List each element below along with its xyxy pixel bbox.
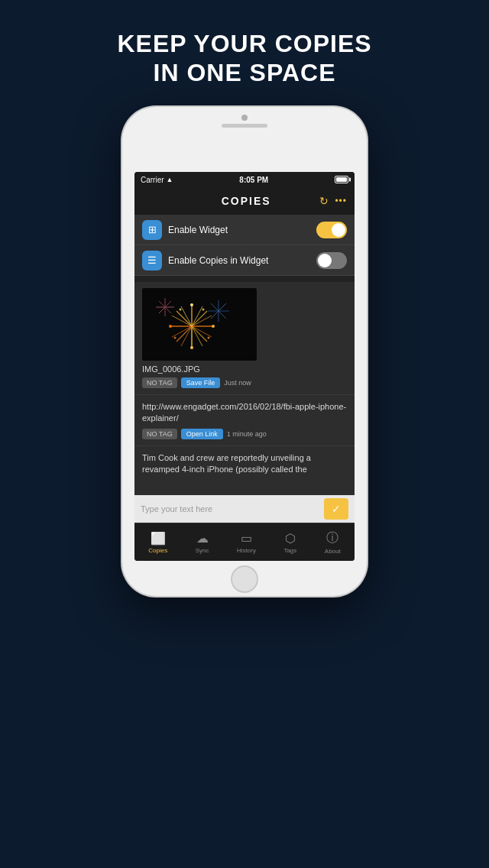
status-time: 8:05 PM (239, 176, 268, 184)
svg-point-24 (180, 309, 182, 311)
svg-point-21 (202, 309, 205, 311)
phone-frame: Carrier ▲ 8:05 PM COPIES ↻ ••• (122, 107, 367, 596)
sync-tab-label: Sync (196, 547, 209, 554)
tab-tags[interactable]: ⬡ Tags (279, 528, 301, 557)
page-background: KEEP YOUR COPIES IN ONE SPACE Carrier ▲ … (0, 0, 489, 868)
phone-top (122, 107, 367, 128)
front-camera (241, 115, 248, 121)
svg-point-17 (190, 303, 193, 306)
battery-fill (336, 177, 347, 182)
status-bar: Carrier ▲ 8:05 PM (134, 172, 355, 187)
clip-tags: NO TAG Save File Just now (142, 377, 347, 388)
clip-item-text[interactable]: Tim Cook and crew are reportedly unveili… (134, 446, 355, 495)
enable-widget-toggle-row: ⊞ Enable Widget (134, 215, 355, 245)
copies-tab-label: Copies (148, 547, 167, 554)
text-input-placeholder[interactable]: Type your text here (141, 504, 319, 513)
input-confirm-button[interactable]: ✓ (324, 498, 348, 520)
nav-title: COPIES (173, 195, 319, 207)
clip-item-url[interactable]: http://www.engadget.com/2016/02/18/fbi-a… (134, 395, 355, 446)
url-clip-tags: NO TAG Open Link 1 minute ago (142, 429, 347, 439)
tab-history[interactable]: ▭ History (232, 528, 261, 557)
svg-rect-0 (142, 288, 257, 361)
tags-tab-label: Tags (283, 547, 296, 554)
enable-widget-switch[interactable] (316, 222, 347, 238)
svg-point-18 (212, 325, 215, 328)
wifi-icon: ▲ (167, 176, 173, 183)
section-divider (134, 276, 355, 282)
about-tab-icon: ⓘ (326, 530, 338, 546)
phone-screen: Carrier ▲ 8:05 PM COPIES ↻ ••• (134, 172, 355, 561)
copies-tab-icon: ⬜ (151, 531, 166, 546)
battery-icon (335, 176, 348, 183)
sync-tab-icon: ☁ (196, 531, 209, 546)
clipboard-items-area: IMG_0006.JPG NO TAG Save File Just now h… (134, 282, 355, 495)
save-file-button[interactable]: Save File (181, 377, 221, 388)
no-tag-badge[interactable]: NO TAG (142, 377, 177, 388)
battery-indicator (335, 176, 348, 183)
tags-tab-icon: ⬡ (285, 531, 296, 546)
page-headline: KEEP YOUR COPIES IN ONE SPACE (117, 29, 371, 88)
enable-widget-label: Enable Widget (168, 225, 310, 235)
no-tag-badge-2[interactable]: NO TAG (142, 429, 177, 439)
more-icon[interactable]: ••• (335, 196, 347, 206)
url-content: http://www.engadget.com/2016/02/18/fbi-a… (142, 401, 347, 425)
history-tab-icon: ▭ (241, 531, 252, 546)
fireworks-svg (142, 288, 257, 361)
enable-copies-widget-switch[interactable] (316, 252, 347, 269)
refresh-icon[interactable]: ↻ (319, 195, 329, 207)
tab-sync[interactable]: ☁ Sync (191, 528, 214, 557)
svg-point-19 (169, 325, 172, 328)
about-tab-label: About (325, 548, 341, 555)
tab-bar: ⬜ Copies ☁ Sync ▭ History ⬡ Tags (134, 523, 355, 561)
enable-copies-widget-toggle-row: ☰ Enable Copies in Widget (134, 245, 355, 276)
clip-time: Just now (224, 379, 251, 387)
checkmark-icon: ✓ (332, 503, 341, 515)
enable-copies-widget-label: Enable Copies in Widget (168, 255, 310, 266)
content-area: ⊞ Enable Widget ☰ Enable Copies in Widge… (134, 215, 355, 561)
toggle-knob (332, 223, 345, 237)
nav-icons: ↻ ••• (319, 195, 347, 207)
text-input-bar: Type your text here ✓ (134, 495, 355, 523)
svg-point-20 (190, 346, 193, 349)
phone-speaker (222, 124, 267, 128)
tab-about[interactable]: ⓘ About (320, 527, 345, 558)
navigation-bar: COPIES ↻ ••• (134, 187, 355, 215)
carrier-label: Carrier ▲ (141, 176, 173, 184)
url-clip-time: 1 minute ago (227, 430, 267, 438)
open-link-button[interactable]: Open Link (181, 429, 223, 439)
home-button[interactable] (231, 565, 258, 593)
clip-image-preview (142, 288, 257, 361)
history-tab-label: History (237, 547, 256, 554)
clip-item-image[interactable]: IMG_0006.JPG NO TAG Save File Just now (134, 282, 355, 395)
widget-icon: ⊞ (142, 220, 162, 240)
svg-point-22 (208, 337, 210, 339)
list-icon: ☰ (142, 251, 162, 270)
tab-copies[interactable]: ⬜ Copies (144, 528, 172, 557)
svg-point-23 (174, 337, 176, 339)
clip-filename: IMG_0006.JPG (142, 364, 347, 374)
text-content: Tim Cook and crew are reportedly unveili… (142, 452, 347, 476)
toggle-knob-2 (318, 254, 332, 267)
